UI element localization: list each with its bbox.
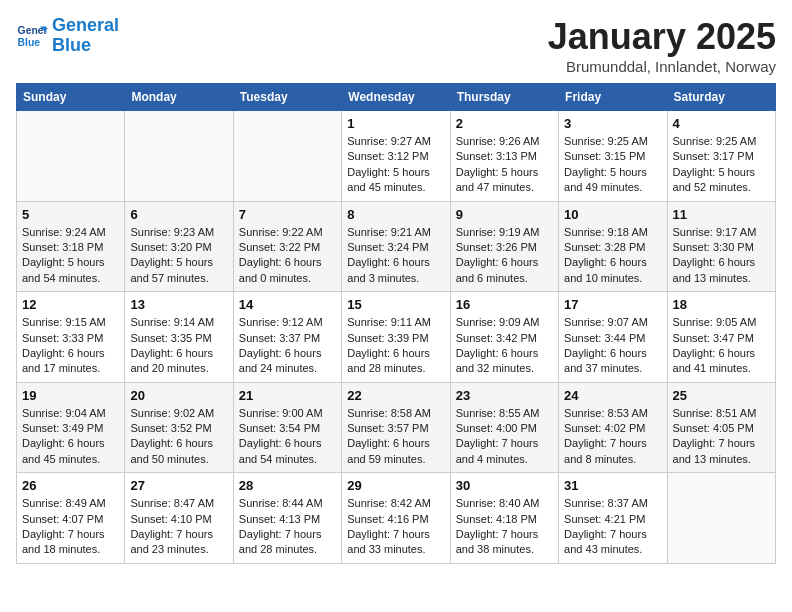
calendar-cell: 25Sunrise: 8:51 AM Sunset: 4:05 PM Dayli…: [667, 382, 775, 473]
day-number: 23: [456, 388, 553, 403]
calendar-body: 1Sunrise: 9:27 AM Sunset: 3:12 PM Daylig…: [17, 111, 776, 564]
day-number: 15: [347, 297, 444, 312]
calendar-cell: 12Sunrise: 9:15 AM Sunset: 3:33 PM Dayli…: [17, 292, 125, 383]
weekday-header-cell: Sunday: [17, 84, 125, 111]
day-info: Sunrise: 9:27 AM Sunset: 3:12 PM Dayligh…: [347, 134, 444, 196]
day-number: 24: [564, 388, 661, 403]
day-info: Sunrise: 9:17 AM Sunset: 3:30 PM Dayligh…: [673, 225, 770, 287]
calendar-cell: 30Sunrise: 8:40 AM Sunset: 4:18 PM Dayli…: [450, 473, 558, 564]
day-info: Sunrise: 9:22 AM Sunset: 3:22 PM Dayligh…: [239, 225, 336, 287]
day-number: 27: [130, 478, 227, 493]
day-info: Sunrise: 8:58 AM Sunset: 3:57 PM Dayligh…: [347, 406, 444, 468]
calendar-week-row: 26Sunrise: 8:49 AM Sunset: 4:07 PM Dayli…: [17, 473, 776, 564]
day-number: 11: [673, 207, 770, 222]
calendar-week-row: 5Sunrise: 9:24 AM Sunset: 3:18 PM Daylig…: [17, 201, 776, 292]
calendar-cell: 9Sunrise: 9:19 AM Sunset: 3:26 PM Daylig…: [450, 201, 558, 292]
day-info: Sunrise: 9:18 AM Sunset: 3:28 PM Dayligh…: [564, 225, 661, 287]
day-number: 7: [239, 207, 336, 222]
day-number: 28: [239, 478, 336, 493]
logo-text: General Blue: [52, 16, 119, 56]
day-number: 21: [239, 388, 336, 403]
day-info: Sunrise: 9:00 AM Sunset: 3:54 PM Dayligh…: [239, 406, 336, 468]
calendar-cell: 18Sunrise: 9:05 AM Sunset: 3:47 PM Dayli…: [667, 292, 775, 383]
day-number: 8: [347, 207, 444, 222]
day-info: Sunrise: 9:04 AM Sunset: 3:49 PM Dayligh…: [22, 406, 119, 468]
day-number: 13: [130, 297, 227, 312]
calendar-cell: 16Sunrise: 9:09 AM Sunset: 3:42 PM Dayli…: [450, 292, 558, 383]
day-info: Sunrise: 8:40 AM Sunset: 4:18 PM Dayligh…: [456, 496, 553, 558]
svg-text:Blue: Blue: [18, 36, 41, 47]
calendar-cell: 17Sunrise: 9:07 AM Sunset: 3:44 PM Dayli…: [559, 292, 667, 383]
day-info: Sunrise: 9:15 AM Sunset: 3:33 PM Dayligh…: [22, 315, 119, 377]
calendar-cell: 8Sunrise: 9:21 AM Sunset: 3:24 PM Daylig…: [342, 201, 450, 292]
calendar-cell: 11Sunrise: 9:17 AM Sunset: 3:30 PM Dayli…: [667, 201, 775, 292]
day-info: Sunrise: 8:51 AM Sunset: 4:05 PM Dayligh…: [673, 406, 770, 468]
day-number: 16: [456, 297, 553, 312]
day-info: Sunrise: 9:14 AM Sunset: 3:35 PM Dayligh…: [130, 315, 227, 377]
day-number: 12: [22, 297, 119, 312]
day-info: Sunrise: 9:24 AM Sunset: 3:18 PM Dayligh…: [22, 225, 119, 287]
calendar-cell: [667, 473, 775, 564]
calendar-cell: 5Sunrise: 9:24 AM Sunset: 3:18 PM Daylig…: [17, 201, 125, 292]
day-number: 17: [564, 297, 661, 312]
calendar-cell: 13Sunrise: 9:14 AM Sunset: 3:35 PM Dayli…: [125, 292, 233, 383]
calendar-cell: 27Sunrise: 8:47 AM Sunset: 4:10 PM Dayli…: [125, 473, 233, 564]
day-number: 25: [673, 388, 770, 403]
day-number: 29: [347, 478, 444, 493]
calendar-table: SundayMondayTuesdayWednesdayThursdayFrid…: [16, 83, 776, 564]
day-number: 14: [239, 297, 336, 312]
day-number: 9: [456, 207, 553, 222]
day-info: Sunrise: 8:37 AM Sunset: 4:21 PM Dayligh…: [564, 496, 661, 558]
calendar-cell: 4Sunrise: 9:25 AM Sunset: 3:17 PM Daylig…: [667, 111, 775, 202]
day-number: 22: [347, 388, 444, 403]
day-info: Sunrise: 9:05 AM Sunset: 3:47 PM Dayligh…: [673, 315, 770, 377]
calendar-cell: 21Sunrise: 9:00 AM Sunset: 3:54 PM Dayli…: [233, 382, 341, 473]
calendar-cell: 14Sunrise: 9:12 AM Sunset: 3:37 PM Dayli…: [233, 292, 341, 383]
day-number: 20: [130, 388, 227, 403]
calendar-cell: 1Sunrise: 9:27 AM Sunset: 3:12 PM Daylig…: [342, 111, 450, 202]
day-number: 10: [564, 207, 661, 222]
title-block: January 2025 Brumunddal, Innlandet, Norw…: [548, 16, 776, 75]
day-number: 31: [564, 478, 661, 493]
calendar-cell: 19Sunrise: 9:04 AM Sunset: 3:49 PM Dayli…: [17, 382, 125, 473]
day-info: Sunrise: 9:09 AM Sunset: 3:42 PM Dayligh…: [456, 315, 553, 377]
day-info: Sunrise: 9:21 AM Sunset: 3:24 PM Dayligh…: [347, 225, 444, 287]
day-info: Sunrise: 9:25 AM Sunset: 3:17 PM Dayligh…: [673, 134, 770, 196]
day-number: 18: [673, 297, 770, 312]
day-info: Sunrise: 9:07 AM Sunset: 3:44 PM Dayligh…: [564, 315, 661, 377]
day-number: 4: [673, 116, 770, 131]
day-number: 1: [347, 116, 444, 131]
calendar-cell: 10Sunrise: 9:18 AM Sunset: 3:28 PM Dayli…: [559, 201, 667, 292]
logo: General Blue General Blue: [16, 16, 119, 56]
day-number: 26: [22, 478, 119, 493]
day-number: 3: [564, 116, 661, 131]
calendar-cell: 29Sunrise: 8:42 AM Sunset: 4:16 PM Dayli…: [342, 473, 450, 564]
calendar-cell: 20Sunrise: 9:02 AM Sunset: 3:52 PM Dayli…: [125, 382, 233, 473]
calendar-cell: 6Sunrise: 9:23 AM Sunset: 3:20 PM Daylig…: [125, 201, 233, 292]
calendar-cell: [233, 111, 341, 202]
day-info: Sunrise: 8:49 AM Sunset: 4:07 PM Dayligh…: [22, 496, 119, 558]
day-info: Sunrise: 9:25 AM Sunset: 3:15 PM Dayligh…: [564, 134, 661, 196]
weekday-header-cell: Thursday: [450, 84, 558, 111]
day-info: Sunrise: 8:42 AM Sunset: 4:16 PM Dayligh…: [347, 496, 444, 558]
day-number: 5: [22, 207, 119, 222]
calendar-cell: 26Sunrise: 8:49 AM Sunset: 4:07 PM Dayli…: [17, 473, 125, 564]
day-info: Sunrise: 8:44 AM Sunset: 4:13 PM Dayligh…: [239, 496, 336, 558]
logo-icon: General Blue: [16, 20, 48, 52]
day-info: Sunrise: 9:11 AM Sunset: 3:39 PM Dayligh…: [347, 315, 444, 377]
calendar-cell: 28Sunrise: 8:44 AM Sunset: 4:13 PM Dayli…: [233, 473, 341, 564]
calendar-week-row: 1Sunrise: 9:27 AM Sunset: 3:12 PM Daylig…: [17, 111, 776, 202]
day-info: Sunrise: 9:23 AM Sunset: 3:20 PM Dayligh…: [130, 225, 227, 287]
day-number: 30: [456, 478, 553, 493]
day-number: 2: [456, 116, 553, 131]
calendar-cell: 22Sunrise: 8:58 AM Sunset: 3:57 PM Dayli…: [342, 382, 450, 473]
calendar-cell: 23Sunrise: 8:55 AM Sunset: 4:00 PM Dayli…: [450, 382, 558, 473]
day-info: Sunrise: 8:53 AM Sunset: 4:02 PM Dayligh…: [564, 406, 661, 468]
calendar-cell: 15Sunrise: 9:11 AM Sunset: 3:39 PM Dayli…: [342, 292, 450, 383]
weekday-header-row: SundayMondayTuesdayWednesdayThursdayFrid…: [17, 84, 776, 111]
calendar-cell: 2Sunrise: 9:26 AM Sunset: 3:13 PM Daylig…: [450, 111, 558, 202]
day-info: Sunrise: 8:55 AM Sunset: 4:00 PM Dayligh…: [456, 406, 553, 468]
calendar-cell: 31Sunrise: 8:37 AM Sunset: 4:21 PM Dayli…: [559, 473, 667, 564]
day-info: Sunrise: 9:12 AM Sunset: 3:37 PM Dayligh…: [239, 315, 336, 377]
day-number: 6: [130, 207, 227, 222]
